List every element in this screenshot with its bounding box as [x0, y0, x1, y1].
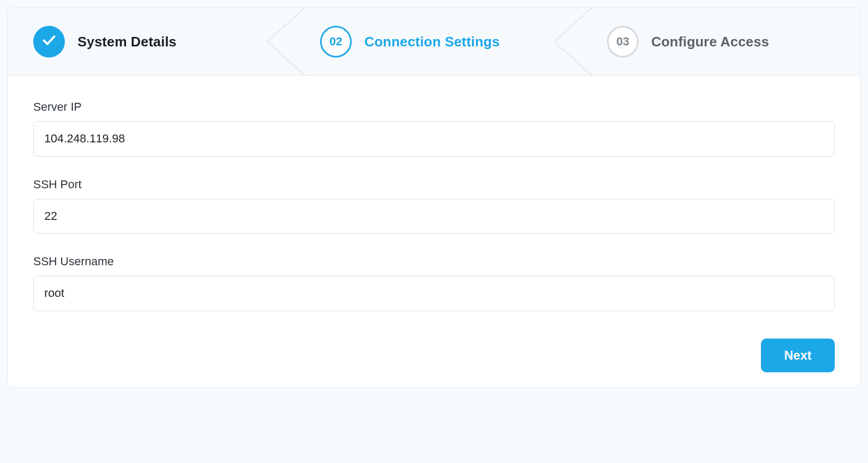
server-ip-label: Server IP [33, 100, 835, 114]
field-ssh-port: SSH Port [33, 178, 835, 234]
stepper: System Details 02 Connection Settings 03… [8, 8, 860, 76]
step-title: Configure Access [651, 34, 769, 50]
ssh-username-input[interactable] [33, 276, 835, 311]
server-ip-input[interactable] [33, 121, 835, 157]
step-badge-number: 02 [320, 26, 352, 57]
ssh-port-label: SSH Port [33, 178, 835, 191]
step-badge-done [33, 26, 65, 57]
next-button[interactable]: Next [761, 339, 835, 372]
ssh-username-label: SSH Username [33, 255, 835, 268]
step-connection-settings[interactable]: 02 Connection Settings [286, 8, 573, 75]
step-badge-number: 03 [607, 26, 639, 57]
step-configure-access[interactable]: 03 Configure Access [573, 8, 860, 75]
wizard-footer: Next [8, 328, 860, 387]
connection-settings-form: Server IP SSH Port SSH Username [8, 76, 860, 328]
setup-wizard: System Details 02 Connection Settings 03… [7, 7, 861, 388]
step-system-details[interactable]: System Details [8, 8, 286, 75]
field-ssh-username: SSH Username [33, 255, 835, 311]
ssh-port-input[interactable] [33, 199, 835, 234]
step-title: System Details [78, 34, 177, 50]
checkmark-icon [41, 32, 57, 51]
step-title: Connection Settings [364, 34, 500, 50]
field-server-ip: Server IP [33, 100, 835, 157]
